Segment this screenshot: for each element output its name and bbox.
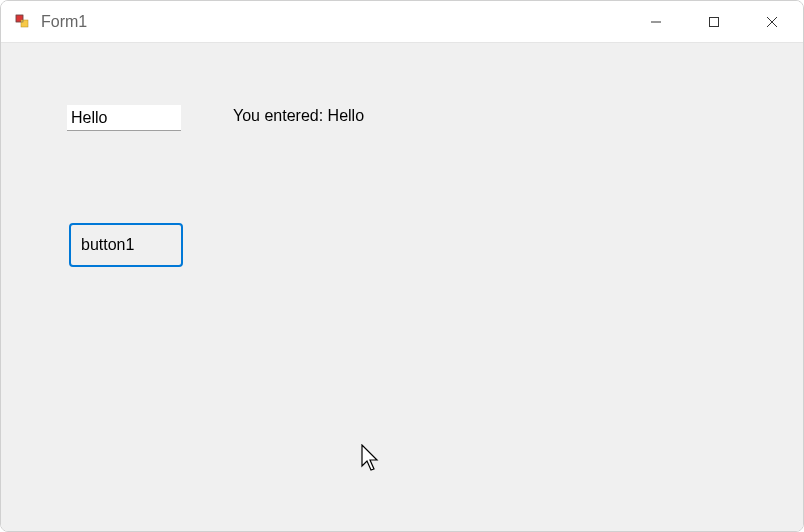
maximize-button[interactable] [685, 1, 743, 42]
submit-button[interactable]: button1 [69, 223, 183, 267]
svg-rect-1 [21, 20, 28, 27]
window-title: Form1 [41, 13, 627, 31]
app-icon [13, 12, 33, 32]
cursor-icon [361, 444, 383, 478]
titlebar[interactable]: Form1 [1, 1, 803, 43]
window-controls [627, 1, 801, 42]
client-area: You entered: Hello button1 [1, 43, 803, 531]
window-frame: Form1 You entered: Hello but [0, 0, 804, 532]
output-label: You entered: Hello [233, 107, 364, 125]
minimize-button[interactable] [627, 1, 685, 42]
text-input[interactable] [67, 105, 181, 131]
svg-rect-4 [710, 17, 719, 26]
close-button[interactable] [743, 1, 801, 42]
